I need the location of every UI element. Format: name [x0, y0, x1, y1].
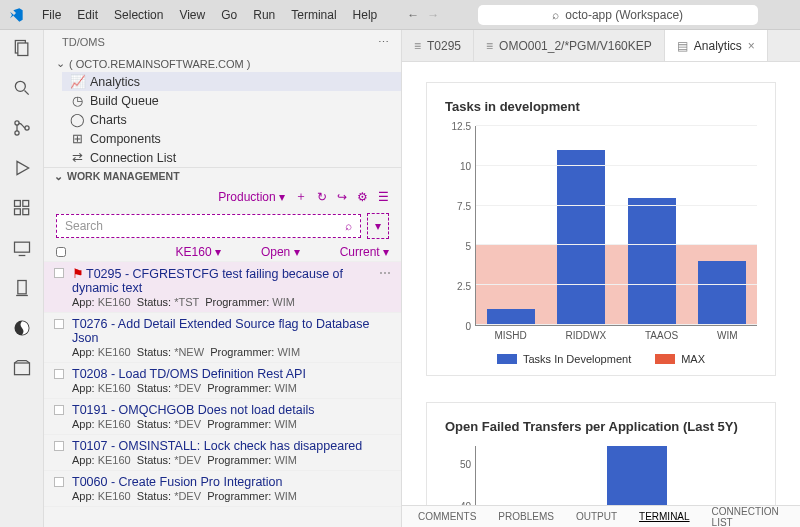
x-label: WIM	[717, 330, 738, 341]
sidebar-item-analytics[interactable]: 📈Analytics	[62, 72, 401, 91]
export-icon[interactable]: ↪	[337, 190, 347, 204]
task-meta: App: KE160 Status: *NEW Programmer: WIM	[72, 346, 389, 358]
panel-tab-connection-list[interactable]: CONNECTION LIST	[712, 506, 779, 528]
add-task-icon[interactable]: ＋	[295, 188, 307, 205]
task-title: ⚑T0295 - CFGRESTCFG test failing because…	[72, 266, 389, 295]
task-more-icon[interactable]: ⋯	[379, 266, 391, 280]
sidebar-item-charts[interactable]: ◯Charts	[62, 110, 401, 129]
nav-back-icon[interactable]: ←	[407, 8, 419, 22]
settings-gear-icon[interactable]: ⚙	[357, 190, 368, 204]
task-title: T0060 - Create Fusion Pro Integration	[72, 475, 389, 489]
sidebar-item-components[interactable]: ⊞Components	[62, 129, 401, 148]
task-meta: App: KE160 Status: *TST Programmer: WIM	[72, 296, 389, 308]
sidebar-item-connection-list[interactable]: ⇄Connection List	[62, 148, 401, 167]
menu-view[interactable]: View	[173, 8, 211, 22]
work-management-section[interactable]: ⌄ WORK MANAGEMENT	[44, 167, 401, 184]
editor-tab[interactable]: ▤Analytics×	[665, 30, 768, 61]
menu-run[interactable]: Run	[247, 8, 281, 22]
task-checkbox[interactable]	[54, 441, 64, 451]
environment-dropdown[interactable]: Production ▾	[218, 190, 285, 204]
svg-point-4	[14, 121, 18, 125]
chart-line-icon: 📈	[70, 74, 84, 89]
link-icon: ⇄	[70, 150, 84, 165]
task-checkbox[interactable]	[54, 319, 64, 329]
task-title: T0276 - Add Detail Extended Source flag …	[72, 317, 389, 345]
svg-point-5	[14, 131, 18, 135]
task-item[interactable]: T0191 - OMQCHGOB Does not load detailsAp…	[44, 399, 401, 435]
y-tick: 10	[460, 161, 471, 172]
title-bar: File Edit Selection View Go Run Terminal…	[0, 0, 800, 30]
search-activity-icon[interactable]	[10, 76, 34, 100]
panel-tab-output[interactable]: OUTPUT	[576, 511, 617, 522]
task-item[interactable]: T0276 - Add Detail Extended Source flag …	[44, 313, 401, 363]
svg-marker-7	[17, 161, 29, 174]
task-checkbox[interactable]	[54, 268, 64, 278]
connection-node[interactable]: ⌄ ( OCTO.REMAINSOFTWARE.COM )	[44, 55, 401, 72]
panel-tab-comments[interactable]: COMMENTS	[418, 511, 476, 522]
editor-tab[interactable]: ≡T0295	[402, 30, 474, 61]
chart-title: Tasks in development	[445, 99, 757, 114]
chart-title: Open Failed Transfers per Application (L…	[445, 419, 757, 434]
menu-icon[interactable]: ☰	[378, 190, 389, 204]
bar	[628, 198, 676, 325]
panel-tab-problems[interactable]: PROBLEMS	[498, 511, 554, 522]
flag-icon: ⚑	[72, 267, 84, 281]
project-icon[interactable]	[10, 356, 34, 380]
device-icon[interactable]	[10, 276, 34, 300]
task-item[interactable]: T0107 - OMSINSTALL: Lock check has disap…	[44, 435, 401, 471]
sidebar: TD/OMS ⋯ ⌄ ( OCTO.REMAINSOFTWARE.COM ) 📈…	[44, 30, 402, 527]
task-checkbox[interactable]	[54, 477, 64, 487]
task-title: T0191 - OMQCHGOB Does not load details	[72, 403, 389, 417]
title-search-text: octo-app (Workspace)	[565, 8, 683, 22]
task-item[interactable]: ⚑T0295 - CFGRESTCFG test failing because…	[44, 262, 401, 313]
panel-tabs: COMMENTSPROBLEMSOUTPUTTERMINALCONNECTION…	[402, 505, 800, 527]
close-icon[interactable]: ×	[748, 39, 755, 53]
legend-swatch	[655, 354, 675, 364]
svg-point-6	[24, 126, 28, 130]
task-search-input[interactable]: Search ⌕	[56, 214, 361, 238]
task-checkbox[interactable]	[54, 369, 64, 379]
menu-file[interactable]: File	[36, 8, 67, 22]
task-item[interactable]: T0208 - Load TD/OMS Definition Rest APIA…	[44, 363, 401, 399]
select-all-checkbox[interactable]	[56, 247, 66, 257]
svg-rect-8	[14, 201, 20, 207]
search-options-dropdown[interactable]: ▾	[367, 213, 389, 239]
task-checkbox[interactable]	[54, 405, 64, 415]
tab-bar: ≡T0295≡OMO001_2/*PGM/V160KEP▤Analytics×	[402, 30, 800, 62]
x-label: RIDDWX	[566, 330, 607, 341]
sidebar-more-icon[interactable]: ⋯	[378, 36, 389, 49]
menu-edit[interactable]: Edit	[71, 8, 104, 22]
chart-tasks-in-dev: Tasks in development 02.557.51012.5 MISH…	[426, 82, 776, 376]
tdoms-icon[interactable]	[10, 316, 34, 340]
chevron-down-icon: ⌄	[56, 57, 65, 70]
svg-point-2	[15, 81, 25, 91]
menu-terminal[interactable]: Terminal	[285, 8, 342, 22]
scm-icon[interactable]	[10, 116, 34, 140]
menu-selection[interactable]: Selection	[108, 8, 169, 22]
menu-go[interactable]: Go	[215, 8, 243, 22]
svg-rect-17	[14, 363, 29, 375]
x-label: TAAOS	[645, 330, 678, 341]
menu-help[interactable]: Help	[347, 8, 384, 22]
remote-icon[interactable]	[10, 236, 34, 260]
y-tick: 12.5	[452, 121, 471, 132]
svg-rect-11	[22, 201, 28, 207]
chart-icon: ▤	[677, 39, 688, 53]
debug-icon[interactable]	[10, 156, 34, 180]
task-title: T0107 - OMSINSTALL: Lock check has disap…	[72, 439, 389, 453]
editor-tab[interactable]: ≡OMO001_2/*PGM/V160KEP	[474, 30, 665, 61]
task-meta: App: KE160 Status: *DEV Programmer: WIM	[72, 418, 389, 430]
sidebar-item-build-queue[interactable]: ◷Build Queue	[62, 91, 401, 110]
refresh-icon[interactable]: ↻	[317, 190, 327, 204]
panel-tab-terminal[interactable]: TERMINAL	[639, 511, 690, 522]
task-item[interactable]: T0060 - Create Fusion Pro IntegrationApp…	[44, 471, 401, 507]
explorer-icon[interactable]	[10, 36, 34, 60]
filter-scope[interactable]: Current ▾	[340, 245, 389, 259]
title-search[interactable]: ⌕ octo-app (Workspace)	[478, 5, 758, 25]
sidebar-title: TD/OMS	[62, 36, 105, 49]
filter-status[interactable]: Open ▾	[261, 245, 300, 259]
search-icon: ⌕	[552, 8, 559, 22]
nav-forward-icon[interactable]: →	[427, 8, 439, 22]
filter-user[interactable]: KE160 ▾	[176, 245, 221, 259]
extensions-icon[interactable]	[10, 196, 34, 220]
